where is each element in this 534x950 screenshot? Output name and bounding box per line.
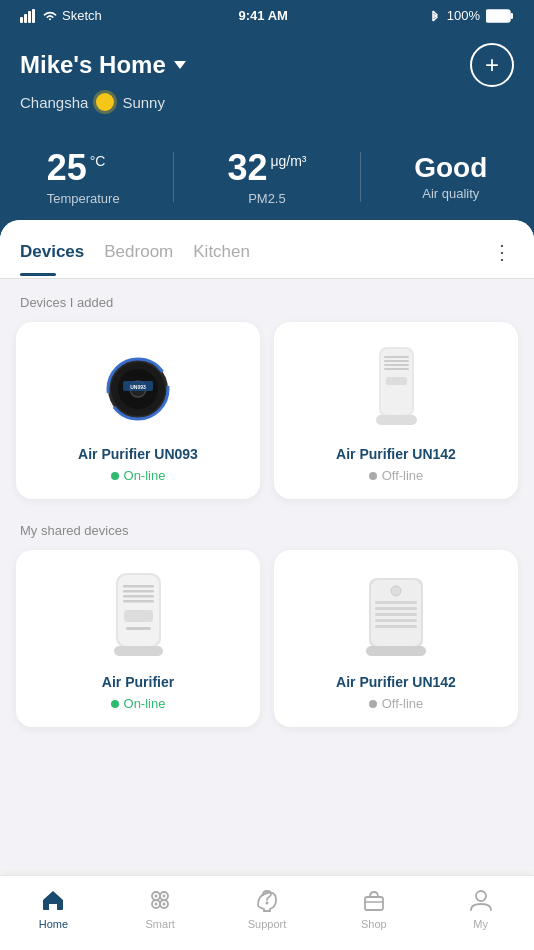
home-title-row: Mike's Home: [20, 51, 186, 79]
tab-devices[interactable]: Devices: [20, 242, 104, 276]
my-nav-label: My: [473, 918, 488, 930]
shared-devices-grid: Air Purifier On-line: [16, 550, 518, 727]
nav-shop[interactable]: Shop: [320, 886, 427, 930]
temperature-value: 25: [47, 147, 87, 189]
svg-point-46: [163, 903, 166, 906]
chevron-down-icon[interactable]: [174, 61, 186, 69]
support-nav-icon: [253, 886, 281, 914]
svg-rect-1: [24, 14, 27, 23]
svg-rect-35: [375, 613, 417, 616]
status-bar: Sketch 9:41 AM 100%: [0, 0, 534, 31]
device-card-un093[interactable]: UN093 Air Purifier UN093 On-line: [16, 322, 260, 499]
weather-label: Sunny: [122, 94, 165, 111]
bottom-nav: Home Smart Support: [0, 875, 534, 950]
wifi-icon: [42, 10, 58, 22]
svg-point-44: [163, 895, 166, 898]
svg-point-47: [265, 902, 268, 905]
added-section-title: Devices I added: [16, 295, 518, 310]
tower-purifier-icon: [364, 342, 429, 432]
time-display: 9:41 AM: [239, 8, 288, 23]
shop-nav-label: Shop: [361, 918, 387, 930]
svg-rect-33: [375, 601, 417, 604]
smart-nav-label: Smart: [146, 918, 175, 930]
device-status-shared-2: Off-line: [369, 696, 424, 711]
air-quality-value: Good: [414, 152, 487, 184]
svg-rect-2: [28, 11, 31, 23]
pm25-label: PM2.5: [227, 191, 306, 206]
device-name-shared-1: Air Purifier: [102, 674, 174, 690]
temperature-label: Temperature: [47, 191, 120, 206]
status-dot-online-2: [111, 700, 119, 708]
battery-icon: [486, 9, 514, 23]
temperature-unit: °C: [90, 153, 106, 169]
svg-rect-24: [123, 590, 154, 593]
svg-rect-3: [32, 9, 35, 23]
box-purifier-icon: [361, 573, 431, 658]
svg-rect-25: [123, 595, 154, 598]
status-dot-offline-2: [369, 700, 377, 708]
svg-rect-27: [124, 610, 153, 622]
device-name-un093: Air Purifier UN093: [78, 446, 198, 462]
pm25-unit: μg/m³: [270, 153, 306, 169]
home-nav-icon: [39, 886, 67, 914]
device-card-shared-1[interactable]: Air Purifier On-line: [16, 550, 260, 727]
svg-point-45: [155, 903, 158, 906]
device-image-tower-2: [93, 570, 183, 660]
nav-my[interactable]: My: [427, 886, 534, 930]
my-nav-icon: [467, 886, 495, 914]
carrier-label: Sketch: [62, 8, 102, 23]
battery-percent: 100%: [447, 8, 480, 23]
device-image-robot: UN093: [93, 342, 183, 432]
shared-section-title: My shared devices: [16, 523, 518, 538]
status-text-un142-added: Off-line: [382, 468, 424, 483]
device-status-shared-1: On-line: [111, 696, 166, 711]
bluetooth-icon: [425, 10, 441, 22]
svg-rect-34: [375, 607, 417, 610]
support-nav-label: Support: [248, 918, 287, 930]
tower-purifier-2-icon: [106, 570, 171, 660]
status-dot-online: [111, 472, 119, 480]
device-status-un142-added: Off-line: [369, 468, 424, 483]
status-dot-offline-1: [369, 472, 377, 480]
device-card-shared-2[interactable]: Air Purifier UN142 Off-line: [274, 550, 518, 727]
svg-rect-38: [366, 646, 426, 656]
svg-rect-19: [386, 377, 407, 385]
tabs-more-button[interactable]: ⋮: [492, 240, 514, 278]
tab-kitchen[interactable]: Kitchen: [193, 242, 270, 276]
nav-home[interactable]: Home: [0, 886, 107, 930]
svg-rect-29: [114, 646, 163, 656]
svg-rect-26: [123, 600, 154, 603]
stat-divider-2: [360, 152, 361, 202]
svg-rect-20: [376, 415, 417, 425]
svg-rect-17: [384, 364, 409, 366]
device-image-box: [351, 570, 441, 660]
svg-point-50: [476, 891, 486, 901]
smart-icon: [147, 887, 173, 913]
svg-rect-0: [20, 17, 23, 23]
signal-icon: [20, 9, 38, 23]
support-icon: [254, 887, 280, 913]
device-name-shared-2: Air Purifier UN142: [336, 674, 456, 690]
add-device-button[interactable]: +: [470, 43, 514, 87]
my-icon: [468, 887, 494, 913]
temperature-stat: 25 °C Temperature: [47, 147, 120, 206]
nav-smart[interactable]: Smart: [107, 886, 214, 930]
device-image-tower-1: [351, 342, 441, 432]
header-top: Mike's Home +: [20, 43, 514, 87]
stat-divider-1: [173, 152, 174, 202]
header: Mike's Home + Changsha Sunny: [0, 31, 534, 139]
sun-icon: [96, 93, 114, 111]
svg-rect-5: [511, 13, 514, 19]
tab-bedroom[interactable]: Bedroom: [104, 242, 193, 276]
robot-purifier-icon: UN093: [98, 347, 178, 427]
home-name: Mike's Home: [20, 51, 166, 79]
svg-rect-36: [375, 619, 417, 622]
device-card-un142-added[interactable]: Air Purifier UN142 Off-line: [274, 322, 518, 499]
status-text-shared-1: On-line: [124, 696, 166, 711]
signal-info: Sketch: [20, 8, 102, 23]
status-text-un093: On-line: [124, 468, 166, 483]
svg-point-32: [391, 586, 401, 596]
nav-support[interactable]: Support: [214, 886, 321, 930]
home-nav-label: Home: [39, 918, 68, 930]
svg-rect-28: [126, 627, 151, 630]
